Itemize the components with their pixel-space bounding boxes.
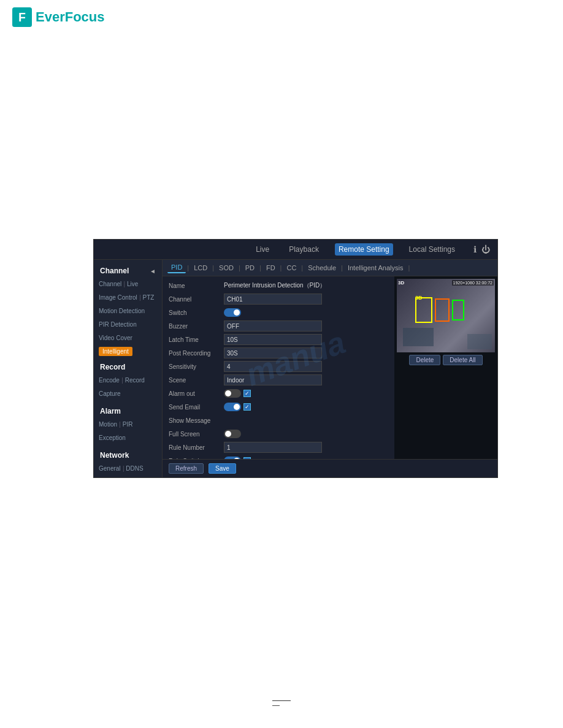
form-row-buzzer: Buzzer OFF [169, 320, 388, 332]
sidebar-link-motion[interactable]: Motion [99, 421, 117, 428]
post-select[interactable]: 30S [224, 347, 322, 358]
sensitivity-select[interactable]: 4 [224, 361, 322, 372]
logo-text: EverFocus [36, 9, 105, 25]
sidebar-channel-arrow: ◄ [150, 268, 156, 275]
main-content: Channel ◄ Channel | Live Image Control |… [94, 260, 497, 477]
form-row-alarm-out: Alarm out ✓ [169, 388, 388, 399]
form-row-post: Post Recording 30S [169, 347, 388, 358]
label-show-message: Show Message [169, 417, 224, 424]
tab-pd[interactable]: PD [242, 263, 258, 273]
preview-video-inner: 1920×1080 32:00:72 3D 3D [397, 279, 495, 352]
tab-pid[interactable]: PID [167, 262, 186, 273]
sidebar-link-pir[interactable]: PIR [123, 421, 133, 428]
sidebar-link-pirdetect[interactable]: PIR Detection [99, 321, 137, 328]
page-number: — [272, 700, 291, 710]
channel-select[interactable]: CH01 [224, 294, 322, 305]
sidebar-record-links: Encode | Record [94, 374, 162, 388]
refresh-button[interactable]: Refresh [169, 463, 204, 474]
sidebar-link-ddns[interactable]: DDNS [126, 465, 143, 472]
sidebar-record-section: Record Encode | Record Capture [94, 360, 162, 401]
nav-playback[interactable]: Playback [285, 243, 323, 256]
preview-video: 1920×1080 32:00:72 3D 3D [397, 279, 495, 352]
sidebar-record-title[interactable]: Record [94, 360, 162, 374]
sidebar-link-record[interactable]: Record [125, 377, 145, 384]
form-row-scene: Scene Indoor [169, 374, 388, 385]
info-icon[interactable]: ℹ [473, 245, 477, 254]
buzzer-select-wrapper[interactable]: OFF [224, 320, 322, 332]
tab-intelligent-analysis[interactable]: Intelligent Analysis [344, 263, 407, 273]
value-name: Perimeter Intrusion Detection（PID） [224, 281, 388, 290]
nav-local-settings[interactable]: Local Settings [405, 243, 459, 256]
sidebar-link-encode[interactable]: Encode [99, 377, 120, 384]
form-row-full-screen: Full Screen [169, 428, 388, 439]
rule-switch-toggle[interactable] [224, 457, 241, 459]
tab-fd[interactable]: FD [262, 263, 279, 273]
sensitivity-select-wrapper[interactable]: 4 [224, 361, 322, 372]
sidebar-link-videocover[interactable]: Video Cover [99, 335, 132, 341]
top-nav: Live Playback Remote Setting Local Setti… [94, 240, 497, 260]
tab-lcd[interactable]: LCD [190, 263, 211, 273]
sidebar-link-capture[interactable]: Capture [99, 390, 121, 397]
label-buzzer: Buzzer [169, 323, 224, 330]
sidebar: Channel ◄ Channel | Live Image Control |… [94, 260, 163, 477]
delete-all-button[interactable]: Delete All [443, 355, 482, 365]
top-nav-icons: ℹ ⏻ [473, 245, 490, 254]
sidebar-intelligent-active[interactable]: Intelligent [94, 346, 162, 357]
main-ui-container: Live Playback Remote Setting Local Setti… [93, 239, 498, 478]
post-select-wrapper[interactable]: 30S [224, 347, 322, 358]
sidebar-network-section: Network General | DDNS Email | FTP [94, 448, 162, 477]
send-email-checkbox[interactable]: ✓ [243, 403, 251, 411]
sidebar-channel-title[interactable]: Channel ◄ [94, 264, 162, 278]
latch-select[interactable]: 10S [224, 334, 322, 345]
form-row-latch: Latch Time 10S [169, 334, 388, 345]
tab-schedule[interactable]: Schedule [304, 263, 340, 273]
sidebar-link-motiondetect[interactable]: Motion Detection [99, 308, 145, 314]
sidebar-record-links2: Capture [94, 388, 162, 401]
sidebar-alarm-links2: Exception [94, 432, 162, 446]
latch-select-wrapper[interactable]: 10S [224, 334, 322, 345]
label-name: Name [169, 282, 224, 289]
send-email-toggle[interactable] [224, 403, 241, 411]
form-row-switch: Switch [169, 307, 388, 318]
sidebar-link-channel[interactable]: Channel [99, 281, 121, 287]
save-button[interactable]: Save [209, 463, 236, 474]
scene-select[interactable]: Indoor [224, 374, 322, 385]
label-sensitivity: Sensitivity [169, 363, 224, 370]
buzzer-select[interactable]: OFF [224, 320, 322, 332]
sidebar-channel-links: Channel | Live [94, 278, 162, 292]
sidebar-link-imagecontrol[interactable]: Image Control [99, 294, 137, 301]
nav-remote-setting[interactable]: Remote Setting [335, 243, 393, 256]
preview-timestamp: 1920×1080 32:00:72 [452, 280, 494, 286]
power-icon[interactable]: ⏻ [481, 245, 490, 254]
sidebar-network-links: General | DDNS [94, 463, 162, 476]
delete-buttons: Delete Delete All [397, 355, 495, 365]
sidebar-link-live[interactable]: Live [127, 281, 138, 287]
logo: F EverFocus [12, 7, 551, 27]
bottom-buttons: Refresh Save [163, 459, 497, 477]
alarm-out-toggle[interactable] [224, 389, 241, 398]
rule-number-select[interactable]: 1 [224, 442, 322, 453]
sidebar-alarm-title[interactable]: Alarm [94, 404, 162, 419]
tab-cc[interactable]: CC [283, 263, 300, 273]
sidebar-link-ptz[interactable]: PTZ [143, 294, 155, 301]
sidebar-network-title[interactable]: Network [94, 448, 162, 463]
alarm-out-checkbox[interactable]: ✓ [243, 390, 251, 397]
nav-live[interactable]: Live [252, 243, 273, 256]
sidebar-network-links2: Email | FTP [94, 476, 162, 477]
label-latch: Latch Time [169, 336, 224, 343]
scene-select-wrapper[interactable]: Indoor [224, 374, 322, 385]
channel-select-wrapper[interactable]: CH01 [224, 294, 322, 305]
switch-toggle[interactable] [224, 308, 241, 317]
sidebar-alarm-section: Alarm Motion | PIR Exception [94, 404, 162, 446]
sidebar-link-general[interactable]: General [99, 465, 121, 472]
sidebar-channel-links2: Image Control | PTZ [94, 292, 162, 305]
sidebar-link-exception[interactable]: Exception [99, 434, 126, 441]
label-scene: Scene [169, 377, 224, 384]
form-row-name: Name Perimeter Intrusion Detection（PID） [169, 280, 388, 291]
full-screen-toggle[interactable] [224, 430, 241, 438]
rule-number-select-wrapper[interactable]: 1 [224, 442, 322, 453]
label-full-screen: Full Screen [169, 431, 224, 438]
tab-sod[interactable]: SOD [215, 263, 237, 273]
everfocus-logo-icon: F [12, 7, 32, 27]
delete-button[interactable]: Delete [409, 355, 440, 365]
